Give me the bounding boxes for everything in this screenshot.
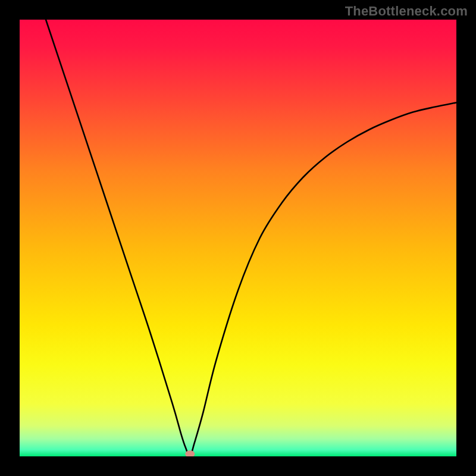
watermark-text: TheBottleneck.com [345, 4, 468, 19]
bottleneck-chart [20, 20, 456, 456]
chart-frame [20, 20, 456, 456]
chart-background [20, 20, 456, 456]
